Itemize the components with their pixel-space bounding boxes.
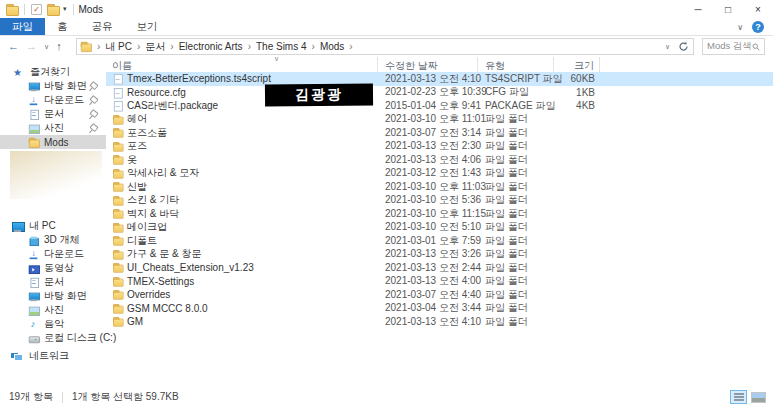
column-header-size[interactable]: 크기 [554, 57, 600, 72]
sidebar-item[interactable]: 로컬 디스크 (C:) [0, 331, 106, 345]
file-row[interactable]: Resource.cfg 2021-02-23 오후 10:39 CFG 파일 … [106, 86, 773, 100]
file-row[interactable]: CAS라벤더.package 2015-01-04 오후 9:41 PACKAG… [106, 99, 773, 113]
breadcrumb-item[interactable]: Electronic Arts [179, 41, 243, 52]
folder-icon [112, 290, 122, 300]
ribbon-tab[interactable]: 홈 [45, 18, 80, 35]
address-box[interactable]: › 내 PC › 문서 › Electronic Arts › The Sims… [76, 38, 694, 55]
sidebar-item[interactable]: 사진 [0, 121, 106, 135]
file-type-cell: 파일 폴더 [478, 166, 554, 180]
breadcrumb-item[interactable]: Mods [320, 41, 344, 52]
file-row[interactable]: 벽지 & 바닥 2021-03-10 오후 11:15 파일 폴더 [106, 207, 773, 221]
ribbon-right-controls: ∨ ? [737, 18, 773, 36]
breadcrumb-item[interactable]: The Sims 4 [256, 41, 307, 52]
refresh-icon[interactable] [678, 41, 689, 52]
customize-toolbar-caret-icon[interactable]: ▾ [63, 5, 67, 13]
column-header-date-modified[interactable]: 수정한 날짜 [378, 57, 478, 72]
sidebar-item-label: Mods [44, 137, 68, 148]
close-button[interactable]: × [743, 0, 773, 18]
file-row[interactable]: 포즈 2021-03-13 오전 2:30 파일 폴더 [106, 140, 773, 154]
large-icons-view-icon[interactable] [751, 392, 766, 403]
titlebar: ✓ ▾ Mods ─ □ × [0, 0, 773, 18]
file-row[interactable]: GSM MCCC 8.0.0 2021-03-04 오전 3:44 파일 폴더 [106, 302, 773, 316]
explorer-window: ✓ ▾ Mods ─ □ × 파일 홈 공유 보기 ∨ ? ← [0, 0, 773, 413]
file-name: TMEX-Settings [127, 276, 194, 287]
file-name: Resource.cfg [127, 87, 186, 98]
quick-access-items: 바탕 화면 다운로드 문서 [0, 79, 106, 149]
download-icon [28, 94, 39, 105]
file-row[interactable]: 가구 & 문 & 창문 2021-03-13 오전 3:26 파일 폴더 [106, 248, 773, 262]
file-name-cell: 포즈소품 [106, 126, 378, 140]
sidebar-section-network[interactable]: 네트워크 [0, 349, 106, 363]
sidebar-section-quick-access[interactable]: 즐겨찾기 [0, 65, 106, 79]
file-name: 디폴트 [127, 234, 157, 248]
sidebar-item[interactable]: 3D 개체 [0, 233, 106, 247]
file-size-cell: 60KB [554, 73, 600, 84]
file-name: GM [127, 316, 143, 327]
column-header-type[interactable]: 유형 [478, 57, 554, 72]
file-row[interactable]: 악세사리 & 모자 2021-03-12 오전 1:43 파일 폴더 [106, 167, 773, 181]
search-input[interactable]: Mods 검색 [702, 38, 765, 55]
file-row[interactable]: 포즈소품 2021-03-07 오전 3:14 파일 폴더 [106, 126, 773, 140]
sidebar-item[interactable]: 문서 [0, 275, 106, 289]
ribbon-tab[interactable]: 파일 [0, 18, 45, 35]
sidebar-item[interactable]: 다운로드 [0, 93, 106, 107]
file-row[interactable]: 신발 2021-03-10 오후 11:03 파일 폴더 [106, 180, 773, 194]
sidebar-item[interactable]: 다운로드 [0, 247, 106, 261]
recent-locations-chevron-icon[interactable]: ∨ [44, 41, 49, 52]
file-row[interactable]: Tmex-BetterExceptions.ts4script 2021-03-… [106, 72, 773, 86]
file-name: UI_Cheats_Extension_v1.23 [127, 262, 254, 273]
file-date-cell: 2021-03-13 오전 4:10 [378, 72, 478, 86]
file-row[interactable]: TMEX-Settings 2021-03-13 오전 4:00 파일 폴더 [106, 275, 773, 289]
pin-icon [87, 80, 98, 91]
details-view-icon[interactable] [730, 390, 747, 404]
file-type-cell: 파일 폴더 [478, 112, 554, 126]
checkbox-icon[interactable]: ✓ [31, 4, 42, 15]
sidebar-item[interactable]: 음악 [0, 317, 106, 331]
cube-icon [28, 234, 39, 245]
address-dropdown-chevron-icon[interactable]: ∨ [665, 41, 670, 52]
quick-access-toolbar: ✓ ▾ [0, 0, 76, 18]
forward-button[interactable]: → [26, 41, 37, 52]
sidebar-item[interactable]: Mods [0, 135, 106, 149]
sidebar-section-this-pc[interactable]: 내 PC [0, 219, 106, 233]
file-type-cell: 파일 폴더 [478, 315, 554, 329]
sidebar-item[interactable]: 문서 [0, 107, 106, 121]
pc-icon [11, 220, 24, 233]
file-row[interactable]: Overrides 2021-03-07 오전 4:40 파일 폴더 [106, 288, 773, 302]
new-folder-icon[interactable] [46, 3, 59, 16]
file-row[interactable]: 스킨 & 기타 2021-03-10 오전 5:36 파일 폴더 [106, 194, 773, 208]
breadcrumb-separator: › [248, 41, 251, 52]
star-icon [12, 66, 25, 79]
breadcrumb-item[interactable]: 내 PC [105, 40, 132, 54]
file-row[interactable]: 디폴트 2021-03-01 오후 7:59 파일 폴더 [106, 234, 773, 248]
file-name: 악세사리 & 모자 [127, 166, 199, 180]
expand-ribbon-chevron-icon[interactable]: ∨ [737, 23, 743, 32]
minimize-button[interactable]: ─ [683, 0, 713, 18]
back-button[interactable]: ← [8, 41, 19, 52]
file-row[interactable]: UI_Cheats_Extension_v1.23 2021-03-13 오전 … [106, 261, 773, 275]
sidebar-item[interactable]: 동영상 [0, 261, 106, 275]
file-name: CAS라벤더.package [127, 99, 218, 113]
download-icon [28, 248, 39, 259]
up-button[interactable]: ↑ [56, 41, 62, 52]
breadcrumb-item[interactable]: 문서 [145, 40, 165, 54]
help-icon[interactable]: ? [752, 21, 764, 33]
breadcrumb-separator: › [349, 41, 352, 52]
ribbon-tab-bar: 파일 홈 공유 보기 [0, 18, 773, 36]
ribbon-tab[interactable]: 공유 [80, 18, 125, 35]
sidebar-item[interactable]: 바탕 화면 [0, 79, 106, 93]
column-header-name[interactable]: 이름 [106, 57, 378, 72]
ribbon-tab[interactable]: 보기 [125, 18, 170, 35]
sidebar-item[interactable]: 바탕 화면 [0, 289, 106, 303]
file-row[interactable]: 메이크업 2021-03-10 오전 5:10 파일 폴더 [106, 221, 773, 235]
file-row[interactable]: GM 2021-03-13 오전 4:10 파일 폴더 [106, 315, 773, 329]
file-row[interactable]: 헤어 2021-03-10 오후 11:01 파일 폴더 [106, 113, 773, 127]
file-type-cell: 파일 폴더 [478, 139, 554, 153]
breadcrumb-separator: › [97, 41, 100, 52]
username-watermark: 김광광 [265, 84, 373, 107]
file-date-cell: 2021-03-10 오후 11:03 [378, 180, 478, 194]
breadcrumb-separator: › [137, 41, 140, 52]
maximize-button[interactable]: □ [713, 0, 743, 18]
file-row[interactable]: 옷 2021-03-13 오전 4:06 파일 폴더 [106, 153, 773, 167]
sidebar-item[interactable]: 사진 [0, 303, 106, 317]
